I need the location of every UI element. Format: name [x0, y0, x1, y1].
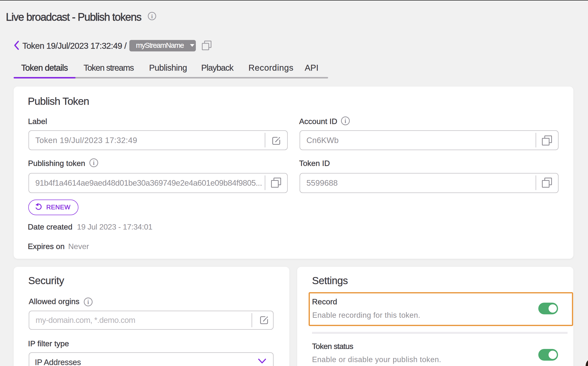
svg-text:i: i	[345, 118, 346, 124]
svg-text:i: i	[87, 299, 89, 305]
svg-text:i: i	[93, 160, 95, 166]
svg-text:i: i	[151, 13, 153, 19]
